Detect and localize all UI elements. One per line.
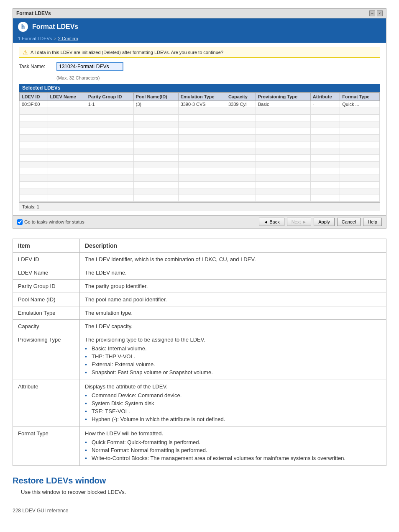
warning-text: All data in this LDEV are initialized (D… bbox=[31, 50, 223, 55]
footer-checkbox-label: Go to tasks window for status bbox=[24, 219, 84, 224]
table-cell bbox=[340, 128, 380, 135]
table-cell bbox=[48, 121, 86, 128]
desc-bullet-item: Hyphen (-): Volume in which the attribut… bbox=[85, 415, 381, 423]
table-cell bbox=[133, 115, 178, 121]
breadcrumb-arrow: > bbox=[54, 36, 56, 41]
th-emulation-type: Emulation Type bbox=[178, 93, 226, 101]
table-cell bbox=[256, 108, 310, 115]
table-cell bbox=[178, 188, 226, 195]
table-cell bbox=[310, 188, 340, 195]
back-button[interactable]: ◄ Back bbox=[259, 218, 284, 226]
table-cell bbox=[310, 121, 340, 128]
table-cell: Basic bbox=[256, 101, 310, 108]
table-cell bbox=[256, 141, 310, 148]
table-cell bbox=[86, 195, 133, 202]
desc-description: The pool name and pool identifier. bbox=[80, 293, 386, 306]
table-cell bbox=[133, 135, 178, 141]
table-cell bbox=[48, 195, 86, 202]
table-cell bbox=[310, 141, 340, 148]
table-cell bbox=[310, 115, 340, 121]
table-cell bbox=[310, 168, 340, 175]
status-checkbox[interactable] bbox=[17, 219, 23, 225]
table-cell bbox=[256, 128, 310, 135]
table-cell bbox=[48, 182, 86, 188]
table-cell bbox=[20, 128, 48, 135]
task-name-input[interactable] bbox=[56, 62, 123, 71]
desc-table-row: AttributeDisplays the attribute of the L… bbox=[13, 380, 386, 427]
table-cell bbox=[340, 108, 380, 115]
table-header-row: LDEV ID LDEV Name Parity Group ID Pool N… bbox=[20, 93, 380, 101]
table-cell bbox=[86, 182, 133, 188]
th-ldev-id: LDEV ID bbox=[20, 93, 48, 101]
table-cell bbox=[133, 148, 178, 155]
desc-table-row: Format TypeHow the LDEV will be formatte… bbox=[13, 427, 386, 466]
table-cell bbox=[340, 121, 380, 128]
dialog-header-title: Format LDEVs bbox=[32, 23, 78, 31]
table-cell bbox=[133, 168, 178, 175]
th-attribute: Attribute bbox=[310, 93, 340, 101]
table-cell: 3339 Cyl bbox=[226, 101, 256, 108]
table-cell bbox=[340, 155, 380, 162]
table-cell bbox=[310, 195, 340, 202]
table-cell bbox=[226, 115, 256, 121]
dialog-footer: Go to tasks window for status ◄ Back Nex… bbox=[13, 215, 386, 228]
table-cell bbox=[133, 182, 178, 188]
table-cell: - bbox=[310, 101, 340, 108]
th-ldev-name: LDEV Name bbox=[48, 93, 86, 101]
table-cell: 3390-3 CVS bbox=[178, 101, 226, 108]
table-cell bbox=[133, 195, 178, 202]
desc-item: Parity Group ID bbox=[13, 280, 80, 293]
table-cell bbox=[48, 135, 86, 141]
table-cell bbox=[20, 108, 48, 115]
table-cell bbox=[48, 101, 86, 108]
table-cell bbox=[226, 108, 256, 115]
table-cell bbox=[226, 121, 256, 128]
table-cell bbox=[86, 168, 133, 175]
table-cell bbox=[340, 135, 380, 141]
breadcrumb-step2[interactable]: 2.Confirm bbox=[58, 36, 78, 41]
table-cell bbox=[226, 195, 256, 202]
table-cell bbox=[20, 121, 48, 128]
table-cell bbox=[20, 135, 48, 141]
titlebar-right: – × bbox=[369, 10, 383, 16]
desc-bullets: Command Device: Command device.System Di… bbox=[85, 391, 381, 423]
table-cell bbox=[178, 115, 226, 121]
table-cell bbox=[310, 162, 340, 168]
table-cell bbox=[310, 148, 340, 155]
task-name-row: Task Name: bbox=[19, 62, 380, 71]
table-cell bbox=[340, 195, 380, 202]
table-cell bbox=[226, 162, 256, 168]
ldev-table-wrapper: LDEV ID LDEV Name Parity Group ID Pool N… bbox=[19, 92, 380, 202]
table-row bbox=[20, 188, 380, 195]
help-button[interactable]: Help bbox=[363, 218, 382, 226]
table-row bbox=[20, 108, 380, 115]
task-name-label: Task Name: bbox=[19, 64, 52, 69]
table-cell bbox=[340, 115, 380, 121]
minimize-button[interactable]: – bbox=[369, 10, 375, 16]
table-row bbox=[20, 175, 380, 182]
table-row bbox=[20, 162, 380, 168]
desc-table-header-row: Item Description bbox=[13, 239, 386, 253]
dialog-body: ⚠ All data in this LDEV are initialized … bbox=[13, 43, 386, 215]
table-cell bbox=[226, 175, 256, 182]
apply-button[interactable]: Apply bbox=[314, 218, 335, 226]
table-cell bbox=[86, 162, 133, 168]
table-cell bbox=[133, 121, 178, 128]
table-cell: (3) bbox=[133, 101, 178, 108]
task-name-hint: (Max. 32 Characters) bbox=[56, 75, 380, 80]
next-button[interactable]: Next ► bbox=[287, 218, 312, 226]
selected-ldevs-header: Selected LDEVs bbox=[19, 84, 380, 92]
th-capacity: Capacity bbox=[226, 93, 256, 101]
table-row bbox=[20, 195, 380, 202]
totals-row: Totals: 1 bbox=[19, 202, 380, 211]
table-row bbox=[20, 128, 380, 135]
cancel-button[interactable]: Cancel bbox=[337, 218, 361, 226]
close-button[interactable]: × bbox=[377, 10, 383, 16]
table-row bbox=[20, 115, 380, 121]
table-cell bbox=[133, 141, 178, 148]
table-cell bbox=[178, 148, 226, 155]
breadcrumb-step1[interactable]: 1.Format LDEVs bbox=[18, 36, 52, 41]
table-cell bbox=[226, 148, 256, 155]
table-cell bbox=[178, 121, 226, 128]
table-cell bbox=[20, 175, 48, 182]
